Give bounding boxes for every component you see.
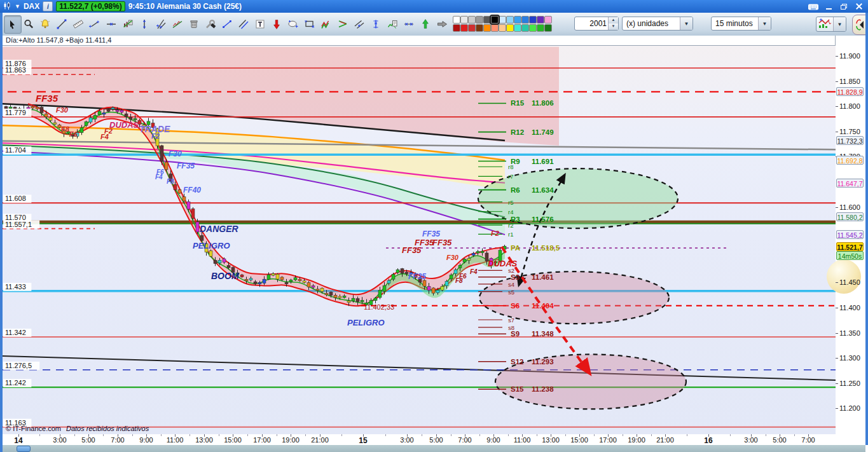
pivot-label-S15: S15 [511,385,524,393]
bar-count-input[interactable] [575,17,608,30]
disclaimer-text: Datos recibidos indicativos [66,425,149,432]
color-swatch[interactable] [521,16,529,24]
horizontal-line-tool[interactable] [103,15,120,32]
text-tool[interactable] [252,15,268,32]
color-swatch[interactable] [514,16,521,24]
time-axis[interactable]: 143:005:007:009:0011:0013:0015:0017:0019… [3,434,836,446]
time-label-11:00: 11:00 [167,436,184,444]
color-swatch[interactable] [521,24,529,32]
color-swatch[interactable] [506,16,514,24]
color-swatch[interactable] [491,16,499,24]
zoom-tool[interactable] [20,15,37,32]
vertical-line-tool[interactable] [136,15,153,32]
arrow-right-tool[interactable] [434,15,450,32]
chevron-down-icon[interactable]: ▼ [833,17,846,31]
color-swatch[interactable] [491,24,499,32]
color-swatch[interactable] [537,16,544,24]
color-swatch[interactable] [468,24,476,32]
horizontal-scrollbar[interactable] [3,445,865,452]
zigzag-tool[interactable] [318,15,334,32]
fit-line-tool[interactable] [169,15,186,32]
color-swatch[interactable] [483,16,491,24]
time-label-21:00: 21:00 [656,436,674,444]
rectangle-tool[interactable] [301,15,318,32]
color-swatch[interactable] [460,24,468,32]
color-swatch[interactable] [537,24,544,32]
price-chart[interactable]: R1511.806R1211.749R911.691r8r7R611.634r5… [3,46,836,434]
units-dropdown[interactable]: (x) unidades ▼ [622,17,693,31]
segment-alt-tool[interactable] [219,15,235,32]
minimize-button[interactable] [823,2,834,11]
settings-tool[interactable] [202,15,219,32]
annotation-BOOM: BOOM [211,271,239,281]
color-swatch[interactable] [514,24,521,32]
annotation-FF40: FF40 [183,186,201,195]
pivot-label-S12: S12 [511,358,523,366]
backtest-tool[interactable] [120,15,136,32]
time-label-9:00: 9:00 [139,436,153,444]
color-swatch[interactable] [499,24,506,32]
cursor-tool[interactable] [4,15,22,34]
color-swatch[interactable] [506,24,514,32]
fan-lines-tool[interactable] [153,15,169,32]
parallel-lines-tool[interactable] [235,15,252,32]
color-swatch[interactable] [476,24,483,32]
arrow-up-tool[interactable] [417,15,434,32]
annotation-F8: F8 [167,178,174,185]
timeframe-dropdown[interactable]: 15 minutos ▼ [711,17,771,31]
left-label-11.342: 11.342 [5,329,26,336]
fit-line-tool-icon [172,18,183,30]
spin-down-icon[interactable]: ▼ [609,24,618,30]
info-button[interactable]: i [43,1,53,11]
forecast-tool[interactable] [384,15,401,32]
color-swatch[interactable] [529,16,537,24]
ellipse-tool[interactable] [285,15,301,32]
triangle-pattern-tool[interactable] [334,15,351,32]
segment-tool[interactable] [86,15,103,32]
time-label-7:00: 7:00 [801,436,815,444]
color-swatch[interactable] [529,24,537,32]
color-swatch[interactable] [544,16,552,24]
annotation-F30: F30 [56,106,69,114]
color-swatch[interactable] [453,16,460,24]
price-axis[interactable]: 11.90011.85011.80011.75011.70011.60011.4… [836,36,865,445]
chevron-down-icon[interactable]: ▼ [758,17,771,30]
chart-style-button[interactable]: ▼ [816,17,846,32]
restore-button[interactable] [838,2,850,11]
axis-label-11.450: 11.450 [839,278,860,286]
pivot-label-S3: S3 [511,273,520,281]
alert-tool[interactable] [37,15,53,32]
keyboard-icon[interactable] [808,2,819,11]
color-swatch[interactable] [483,24,491,32]
axis-tick [836,56,838,57]
color-swatch[interactable] [476,16,483,24]
bar-count-spinner[interactable]: ▲▼ [574,17,619,31]
pivot-label-r5: r5 [508,199,513,206]
chevron-down-icon[interactable]: ▼ [15,3,20,10]
copyright-line: © IT-Finance.comDatos recibidos indicati… [6,425,149,432]
vertical-range-tool[interactable] [368,15,384,32]
close-button[interactable] [853,2,865,11]
pivot-label-R12: R12 [511,128,524,136]
axis-label-11.900: 11.900 [839,52,860,60]
cursor-tool-icon [7,19,18,31]
arrow-down-tool[interactable] [268,15,285,32]
time-label-21:00: 21:00 [311,436,329,444]
chevron-down-icon[interactable]: ▼ [680,17,692,30]
pivot-value-R15: 11.806 [532,99,554,107]
color-swatch[interactable] [460,16,468,24]
annotation-F4: F4 [100,133,109,140]
color-swatch[interactable] [468,16,476,24]
ellipse-tool-icon [287,18,299,30]
color-swatch[interactable] [544,24,552,32]
h-scrollbar-thumb[interactable] [17,446,31,452]
spin-up-icon[interactable]: ▲ [609,17,618,24]
channel-tool[interactable] [351,15,368,32]
arrow-right-tool-icon [436,18,448,30]
color-swatch[interactable] [453,24,460,32]
color-swatch[interactable] [499,16,506,24]
trendline-tool[interactable] [53,15,70,32]
delete-tool[interactable] [186,15,202,32]
ruler-tool[interactable] [70,15,86,32]
extend-line-tool[interactable] [401,15,417,32]
